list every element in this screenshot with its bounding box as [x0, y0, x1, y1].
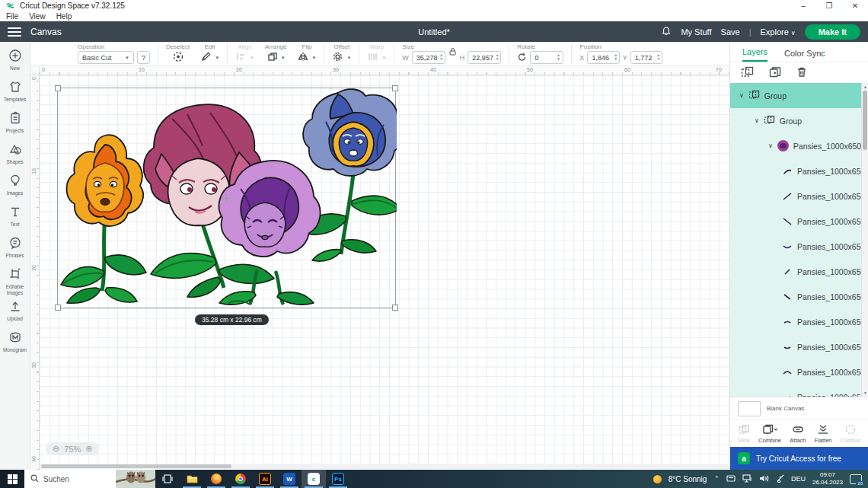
close-button[interactable]: ✕ [842, 2, 868, 10]
canvas-workspace[interactable]: 0 10 20 30 40 50 60 70 0 10 20 30 40 [30, 66, 729, 470]
sidebar-item-monogram[interactable]: Monogram [0, 327, 30, 359]
trash-icon[interactable] [796, 66, 807, 79]
width-stepper[interactable]: ▲▼ [439, 54, 442, 61]
speaker-icon[interactable] [759, 474, 769, 484]
network-icon[interactable] [742, 474, 752, 484]
chrome-button[interactable] [228, 470, 253, 488]
start-button[interactable] [0, 470, 24, 488]
weather-icon[interactable] [653, 475, 662, 483]
layer-row[interactable]: Pansies_1000x650px [730, 234, 868, 259]
canvas-color-swatch[interactable] [738, 401, 761, 416]
duplicate-icon[interactable] [769, 66, 781, 79]
sidebar-item-phrases[interactable]: Phrases [0, 233, 30, 264]
layer-row[interactable]: Pansies_1000x650px [730, 259, 868, 284]
language-indicator[interactable]: DEU [791, 475, 806, 483]
group-layers-icon[interactable] [741, 66, 754, 79]
resize-handle-top-left[interactable] [55, 85, 61, 91]
save-link[interactable]: Save [721, 27, 740, 37]
sidebar-item-shapes[interactable]: Shapes [0, 139, 30, 171]
menu-view[interactable]: View [29, 12, 46, 21]
layer-row-subgroup[interactable]: ∨ Group [730, 108, 868, 133]
layer-row[interactable]: Pansies_1000x650px [730, 209, 868, 234]
layers-scrollbar-thumb[interactable] [863, 91, 867, 150]
weather-text[interactable]: 8°C Sonnig [669, 475, 707, 483]
cricut-access-banner[interactable]: a Try Cricut Access for free [730, 447, 868, 470]
horizontal-scrollbar[interactable] [40, 464, 729, 469]
task-view-button[interactable] [155, 470, 180, 488]
tray-expand-icon[interactable]: ⌃ [713, 475, 720, 483]
layer-row[interactable]: Pansies_1000x650px [730, 309, 868, 334]
combine-button[interactable]: Combine [758, 424, 781, 444]
width-input[interactable]: 35,278 ▲▼ [412, 51, 445, 64]
notification-center-icon[interactable]: 20 [850, 474, 862, 484]
layer-row[interactable]: Pansies_1000x650px [730, 158, 868, 183]
arrange-button[interactable]: Arrange ▼ [265, 42, 286, 64]
position-y-input[interactable]: 1,772 ▲▼ [630, 51, 662, 64]
height-input[interactable]: 22,957 ▲▼ [468, 51, 501, 64]
chevron-down-icon[interactable]: ∨ [768, 142, 773, 149]
explore-menu[interactable]: Explore ∨ [760, 27, 795, 37]
layer-row[interactable]: Pansies_1000x650px [730, 384, 868, 397]
taskbar-search[interactable]: Suchen [24, 470, 155, 488]
resize-handle-bottom-right[interactable] [392, 305, 398, 311]
chevron-down-icon[interactable]: ∨ [755, 117, 759, 124]
file-explorer-button[interactable] [180, 470, 204, 488]
operation-dropdown[interactable]: Basic Cut▼ [78, 51, 134, 64]
rotate-icon[interactable] [517, 52, 527, 63]
scroll-up-icon[interactable]: ▲ [862, 85, 868, 89]
operation-help-button[interactable]: ? [137, 51, 150, 64]
bell-icon[interactable] [661, 26, 672, 38]
my-stuff-link[interactable]: My Stuff [681, 27, 711, 37]
flip-button[interactable]: Flip ▼ [298, 42, 317, 64]
layer-row[interactable]: Pansies_1000x650px [730, 334, 868, 359]
zoom-out-button[interactable]: ⊖ [53, 444, 59, 454]
layer-row-group[interactable]: ∨ Group [730, 83, 868, 108]
hamburger-menu-icon[interactable] [8, 27, 21, 37]
scroll-down-icon[interactable]: ▼ [862, 391, 868, 395]
cricut-app-button[interactable]: c [302, 470, 326, 488]
sidebar-item-templates[interactable]: Templates [0, 77, 30, 108]
zoom-in-button[interactable]: ⊕ [85, 444, 92, 454]
position-x-stepper[interactable]: ▲▼ [614, 54, 617, 61]
resize-handle-top-right[interactable] [392, 85, 398, 91]
layer-row-parent[interactable]: ∨ Pansies_1000x650px [730, 133, 868, 158]
canvas-breadcrumb[interactable]: Canvas [30, 27, 62, 37]
offset-button[interactable]: Offset ▼ [332, 42, 351, 64]
tab-color-sync[interactable]: Color Sync [784, 49, 825, 62]
position-x-input[interactable]: 1,846 ▲▼ [587, 51, 619, 64]
chevron-down-icon[interactable]: ∨ [739, 92, 744, 99]
menu-file[interactable]: File [6, 12, 18, 21]
height-stepper[interactable]: ▲▼ [496, 54, 499, 61]
layers-scrollbar[interactable]: ▲ ▼ [861, 83, 868, 397]
word-button[interactable]: W [277, 470, 302, 488]
sidebar-item-text[interactable]: Text [0, 202, 30, 233]
flatten-button[interactable]: Flatten [815, 424, 832, 444]
layer-row[interactable]: Pansies_1000x650px [730, 359, 868, 384]
sidebar-item-new[interactable]: New [0, 46, 30, 77]
sidebar-item-upload[interactable]: Upload [0, 296, 30, 327]
tab-layers[interactable]: Layers [742, 47, 767, 62]
resize-handle-bottom-left[interactable] [55, 305, 61, 311]
canvas-grid[interactable]: 35.28 cm x 22.96 cm ⊖ 75% ⊕ [40, 75, 729, 470]
layer-row[interactable]: Pansies_1000x650px [730, 284, 868, 309]
layer-row[interactable]: Pansies_1000x650px [730, 183, 868, 209]
rotate-input[interactable]: 0 ▲▼ [530, 51, 563, 64]
window-tray-icon[interactable] [726, 474, 736, 484]
clock[interactable]: 09:07 26.04.2023 [812, 471, 843, 486]
restore-button[interactable]: ❐ [816, 2, 842, 10]
lock-icon[interactable] [448, 47, 457, 57]
sidebar-item-editable-images[interactable]: Editable Images [0, 264, 30, 296]
photoshop-button[interactable]: Ps [326, 470, 350, 488]
deselect-button[interactable]: Deselect [166, 42, 190, 64]
minimize-button[interactable]: – [790, 2, 816, 10]
horizontal-scrollbar-thumb[interactable] [41, 464, 231, 468]
sidebar-item-images[interactable]: Images [0, 171, 30, 202]
menu-help[interactable]: Help [56, 12, 72, 21]
usb-icon[interactable] [776, 474, 784, 484]
make-it-button[interactable]: Make It [805, 24, 860, 40]
attach-button[interactable]: Attach [790, 424, 806, 444]
sidebar-item-projects[interactable]: Projects [0, 108, 30, 139]
rotate-stepper[interactable]: ▲▼ [557, 54, 560, 61]
illustrator-button[interactable]: Ai [253, 470, 277, 488]
firefox-button[interactable] [204, 470, 228, 488]
